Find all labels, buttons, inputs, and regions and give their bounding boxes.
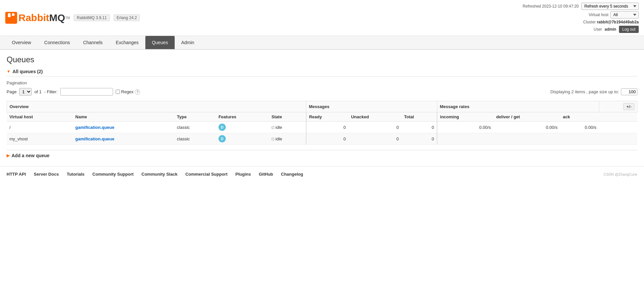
cluster-row: Cluster rabbit@7b194d49ab2a (583, 20, 639, 24)
refresh-select[interactable]: Refresh every 5 seconds Refresh every 10… (581, 3, 639, 10)
nav-connections[interactable]: Connections (38, 36, 76, 49)
erlang-badge: Erlang 24.2 (114, 14, 140, 21)
th-ack: ack (560, 112, 599, 122)
vhost-label: Virtual host (589, 13, 608, 17)
nav-channels[interactable]: Channels (76, 36, 109, 49)
table-column-header-row: Virtual host Name Type Features State Re… (7, 112, 637, 122)
pagination-label: Pagination (7, 80, 637, 85)
vhost-select[interactable]: All / my_vhost (610, 11, 639, 18)
of-label: of 1 (34, 89, 42, 94)
top-bar: Rabbit MQ TM RabbitMQ 3.9.11 Erlang 24.2… (0, 0, 644, 36)
cell-deliver-get: 0.00/s (493, 122, 560, 133)
top-right: Refreshed 2023-12-10 09:47:20 Refresh ev… (523, 3, 639, 33)
th-name: Name (73, 112, 174, 122)
cell-total: 0 (401, 133, 437, 145)
footer-http-api[interactable]: HTTP API (7, 172, 26, 177)
cell-state: idle (269, 122, 306, 133)
table-row[interactable]: my_vhost gamification.queue classic D id… (7, 133, 637, 145)
th-unacked: Unacked (348, 112, 401, 122)
plus-minus-button[interactable]: +/- (623, 103, 634, 110)
queues-table: Overview Messages Message rates +/- Virt… (7, 101, 637, 145)
section-toggle-arrow[interactable]: ▼ (7, 69, 11, 74)
filter-input[interactable] (60, 88, 113, 96)
logo-rabbit-text: Rabbit (18, 12, 49, 23)
cell-ready: 0 (306, 133, 348, 145)
d-badge: D (219, 135, 226, 142)
main-content: Queues ▼ All queues (2) Pagination Page … (0, 50, 644, 166)
logo-mq-text: MQ (49, 12, 65, 23)
footer-community-slack[interactable]: Community Slack (141, 172, 177, 177)
th-incoming: incoming (437, 112, 493, 122)
cell-name[interactable]: gamification.queue (73, 133, 174, 145)
table-row[interactable]: / gamification.queue classic D idle 0 0 … (7, 122, 637, 133)
section-title: All queues (2) (13, 69, 43, 74)
pagination-left: Page 1 of 1 - Filter: Regex ? (7, 88, 140, 96)
displaying-text: Displaying 2 items , page size up to: (550, 89, 619, 94)
logo-area: Rabbit MQ TM RabbitMQ 3.9.11 Erlang 24.2 (5, 12, 140, 24)
cell-empty (599, 122, 637, 133)
refresh-row: Refreshed 2023-12-10 09:47:20 Refresh ev… (523, 3, 639, 10)
footer-changelog[interactable]: Changelog (281, 172, 303, 177)
th-features: Features (216, 112, 269, 122)
state-dot (272, 126, 274, 129)
cell-incoming: 0.00/s (437, 122, 493, 133)
page-size-input[interactable] (621, 88, 637, 95)
user-label: User (594, 27, 602, 32)
user-name: admin (605, 27, 616, 32)
regex-label: Regex (121, 89, 134, 94)
d-badge: D (219, 124, 226, 131)
message-rates-group-header: Message rates (437, 101, 599, 112)
footer-community-support[interactable]: Community Support (92, 172, 133, 177)
th-deliver-get: deliver / get (493, 112, 560, 122)
add-queue-label: Add a new queue (12, 153, 49, 158)
cell-type: classic (174, 133, 216, 145)
cell-empty (599, 133, 637, 145)
cell-incoming (437, 133, 493, 145)
pagination-controls: Page 1 of 1 - Filter: Regex ? Displaying… (7, 88, 637, 96)
logo-tm: TM (65, 16, 70, 20)
plus-minus-cell: +/- (599, 101, 637, 112)
messages-group-header: Messages (306, 101, 437, 112)
nav-overview[interactable]: Overview (5, 36, 38, 49)
footer-server-docs[interactable]: Server Docs (34, 172, 59, 177)
nav-admin[interactable]: Admin (175, 36, 201, 49)
nav-exchanges[interactable]: Exchanges (109, 36, 145, 49)
cell-features: D (216, 122, 269, 133)
cell-state: idle (269, 133, 306, 145)
regex-help-icon[interactable]: ? (135, 89, 140, 95)
queue-rows: / gamification.queue classic D idle 0 0 … (7, 122, 637, 145)
overview-group-header: Overview (7, 101, 306, 112)
cell-unacked: 0 (348, 133, 401, 145)
cell-ack (560, 133, 599, 145)
th-ready: Ready (306, 112, 348, 122)
cell-ready: 0 (306, 122, 348, 133)
footer-github[interactable]: GitHub (259, 172, 273, 177)
footer-copyright: CSDN @ZhangCurie (603, 172, 637, 176)
vhost-row: Virtual host All / my_vhost (589, 11, 639, 18)
th-empty (599, 112, 637, 122)
add-queue-arrow: ▶ (7, 153, 10, 158)
add-queue-toggle[interactable]: ▶ Add a new queue (7, 153, 637, 158)
cell-deliver-get (493, 133, 560, 145)
pagination-section: Pagination Page 1 of 1 - Filter: Regex ?… (7, 80, 637, 96)
logout-button[interactable]: Log out (619, 26, 639, 33)
page-title: Queues (7, 55, 637, 64)
cluster-name: rabbit@7b194d49ab2a (597, 20, 639, 24)
rabbit-icon (5, 12, 17, 24)
footer: HTTP API Server Docs Tutorials Community… (0, 166, 644, 182)
add-queue-section: ▶ Add a new queue (7, 150, 637, 161)
state-dot (272, 138, 274, 140)
cell-features: D (216, 133, 269, 145)
page-select[interactable]: 1 (19, 88, 32, 96)
cell-name[interactable]: gamification.queue (73, 122, 174, 133)
nav-queues[interactable]: Queues (145, 36, 175, 49)
pagination-right: Displaying 2 items , page size up to: (550, 88, 637, 95)
page-label: Page (7, 89, 16, 94)
footer-tutorials[interactable]: Tutorials (67, 172, 84, 177)
version-badge: RabbitMQ 3.9.11 (74, 14, 110, 21)
th-type: Type (174, 112, 216, 122)
footer-plugins[interactable]: Plugins (235, 172, 251, 177)
footer-commercial-support[interactable]: Commercial Support (185, 172, 227, 177)
regex-checkbox[interactable] (116, 90, 120, 94)
cell-ack: 0.00/s (560, 122, 599, 133)
